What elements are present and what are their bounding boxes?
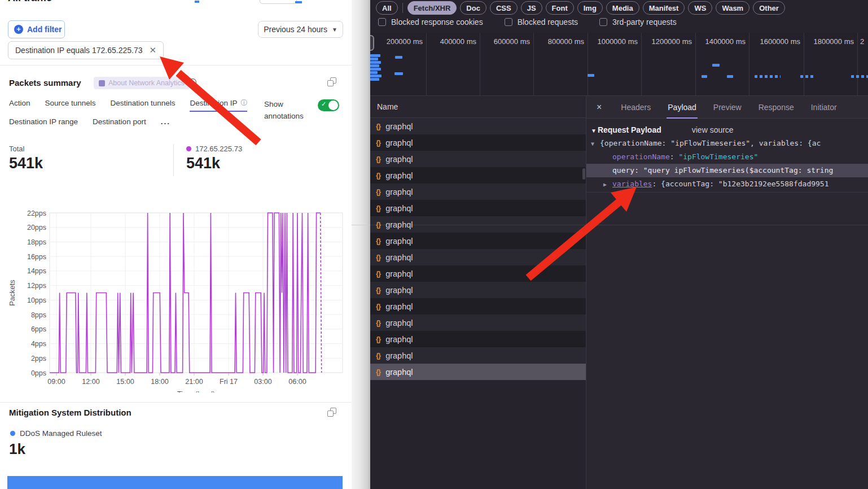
packets-summary-title: Packets summary bbox=[9, 78, 81, 88]
add-filter-button[interactable]: + Add filter bbox=[8, 20, 65, 38]
code-segment: query bbox=[612, 166, 634, 174]
request-row[interactable]: {}graphql bbox=[370, 118, 586, 134]
svg-text:21:00: 21:00 bbox=[185, 378, 203, 386]
name-column-header[interactable]: Name bbox=[370, 96, 586, 118]
filter-pill-fetchxhr[interactable]: Fetch/XHR bbox=[407, 1, 457, 15]
filter-pill-all[interactable]: All bbox=[376, 1, 398, 15]
request-row[interactable]: {}graphql bbox=[370, 315, 586, 331]
triangle-down-icon[interactable]: ▼ bbox=[591, 137, 600, 150]
tab-source-tunnels[interactable]: Source tunnels bbox=[45, 98, 96, 112]
tab-destination-ip[interactable]: Destination IPⓘ bbox=[190, 98, 247, 112]
checkbox-label: Blocked requests bbox=[518, 18, 578, 27]
svg-text:18pps: 18pps bbox=[27, 238, 46, 246]
request-row[interactable]: {}graphql bbox=[370, 184, 586, 200]
payload-tree-row[interactable]: ▶variables: {accountTag: "b12e3b2192ee55… bbox=[586, 177, 868, 191]
waterfall-mark bbox=[727, 75, 733, 78]
svg-text:10pps: 10pps bbox=[27, 296, 46, 304]
timeline-label: 1600000 ms bbox=[748, 37, 800, 46]
request-name: graphql bbox=[385, 204, 413, 213]
checkbox-box[interactable] bbox=[378, 18, 386, 26]
checkbox-blocked-requests[interactable]: Blocked requests bbox=[505, 18, 578, 27]
request-row[interactable]: {}graphql bbox=[370, 233, 586, 249]
request-row[interactable]: {}graphql bbox=[370, 331, 586, 347]
collapse-triangle-icon: ▼ bbox=[591, 128, 597, 134]
stat-label: 172.65.225.73 bbox=[186, 145, 242, 153]
view-source-link[interactable]: view source bbox=[692, 125, 734, 134]
filter-pill-img[interactable]: Img bbox=[577, 1, 603, 15]
scrollbar-thumb[interactable] bbox=[582, 168, 585, 180]
checkbox-blocked-response-cookies[interactable]: Blocked response cookies bbox=[378, 18, 483, 27]
detail-tab-payload[interactable]: Payload bbox=[668, 96, 696, 119]
tab-action[interactable]: Action bbox=[9, 98, 30, 112]
request-row[interactable]: {}graphql bbox=[370, 167, 586, 184]
request-row[interactable]: {}graphql bbox=[370, 249, 586, 265]
tab-destination-ip-range[interactable]: Destination IP range bbox=[9, 117, 78, 130]
expand-card-icon[interactable] bbox=[327, 408, 336, 417]
history-clock-icon[interactable] bbox=[188, 78, 197, 89]
code-segment: "query ipFlowTimeseries($accountTag: str… bbox=[643, 166, 834, 174]
waterfall-mark bbox=[370, 61, 381, 64]
mitigation-legend-label: DDoS Managed Ruleset bbox=[20, 429, 102, 438]
request-row[interactable]: {}graphql bbox=[370, 298, 586, 315]
waterfall-mark bbox=[712, 64, 720, 67]
filter-pill-wasm[interactable]: Wasm bbox=[716, 1, 749, 15]
payload-tree-row[interactable]: ▼{operationName: "ipFlowTimeseries", var… bbox=[586, 137, 868, 150]
timeline-label: 400000 ms bbox=[424, 37, 476, 46]
filter-pill-ws[interactable]: WS bbox=[688, 1, 712, 15]
filter-pill-other[interactable]: Other bbox=[753, 1, 785, 15]
payload-tree-row[interactable]: operationName: "ipFlowTimeseries" bbox=[586, 150, 868, 164]
detail-tab-headers[interactable]: Headers bbox=[621, 96, 651, 119]
request-row[interactable]: {}graphql bbox=[370, 151, 586, 167]
packets-timeseries-chart[interactable]: 0pps2pps4pps6pps8pps10pps12pps14pps16pps… bbox=[0, 198, 352, 392]
tab-destination-port[interactable]: Destination port bbox=[93, 117, 146, 130]
request-row[interactable]: {}graphql bbox=[370, 347, 586, 364]
request-row[interactable]: {}graphql bbox=[370, 282, 586, 298]
detail-tab-initiator[interactable]: Initiator bbox=[811, 96, 837, 119]
section-divider bbox=[0, 65, 352, 66]
svg-text:2pps: 2pps bbox=[31, 355, 46, 363]
filter-pill-js[interactable]: JS bbox=[521, 1, 542, 15]
request-row[interactable]: {}graphql bbox=[370, 265, 586, 282]
filter-pill-media[interactable]: Media bbox=[606, 1, 639, 15]
request-row[interactable]: {}graphql bbox=[370, 200, 586, 216]
waterfall-mark bbox=[370, 71, 378, 74]
tab-destination-tunnels[interactable]: Destination tunnels bbox=[111, 98, 176, 112]
filter-pill-font[interactable]: Font bbox=[546, 1, 574, 15]
request-payload-title[interactable]: ▼Request Payload bbox=[591, 125, 661, 134]
request-row[interactable]: {}graphql bbox=[370, 134, 586, 151]
checkbox-box[interactable] bbox=[599, 18, 607, 26]
window-edge-gap bbox=[352, 0, 370, 489]
network-overview-timeline[interactable]: 200000 ms400000 ms600000 ms800000 ms1000… bbox=[370, 33, 868, 96]
checkbox-3rd-party-requests[interactable]: 3rd-party requests bbox=[599, 18, 677, 27]
filter-pill-doc[interactable]: Doc bbox=[460, 1, 486, 15]
payload-tree-row[interactable]: query: "query ipFlowTimeseries($accountT… bbox=[586, 164, 868, 177]
request-name: graphql bbox=[385, 171, 413, 180]
triangle-right-icon[interactable]: ▶ bbox=[603, 178, 612, 191]
svg-text:8pps: 8pps bbox=[31, 311, 46, 319]
mitigation-bar[interactable] bbox=[7, 476, 343, 489]
svg-text:18:00: 18:00 bbox=[151, 378, 168, 386]
time-range-dropdown[interactable]: Previous 24 hours ▼ bbox=[258, 21, 343, 38]
payload-separator bbox=[586, 192, 868, 193]
waterfall-mark bbox=[395, 56, 402, 59]
svg-text:Fri 17: Fri 17 bbox=[220, 378, 238, 386]
more-tabs-button[interactable]: ... bbox=[161, 117, 170, 130]
add-filter-label: Add filter bbox=[27, 25, 62, 34]
checkbox-label: 3rd-party requests bbox=[612, 18, 677, 27]
request-row[interactable]: {}graphql bbox=[370, 364, 586, 380]
checkbox-box[interactable] bbox=[505, 18, 512, 26]
page-title: All traffic bbox=[8, 0, 52, 4]
detail-tab-preview[interactable]: Preview bbox=[713, 96, 742, 119]
timeline-label-partial: 2 bbox=[860, 37, 868, 46]
filter-pill-css[interactable]: CSS bbox=[490, 1, 518, 15]
close-icon[interactable]: × bbox=[597, 102, 602, 112]
json-braces-icon: {} bbox=[376, 187, 380, 196]
show-annotations-toggle[interactable]: ✓ bbox=[318, 99, 339, 111]
about-network-analytics-badge[interactable]: About Network Analytics bbox=[94, 77, 190, 89]
detail-tab-response[interactable]: Response bbox=[759, 96, 794, 119]
expand-card-icon[interactable] bbox=[327, 77, 336, 86]
filter-chip[interactable]: Destination IP equals 172.65.225.73 ✕ bbox=[8, 41, 164, 59]
remove-filter-icon[interactable]: ✕ bbox=[149, 45, 156, 55]
book-icon bbox=[99, 80, 105, 86]
filter-pill-manifest[interactable]: Manifest bbox=[643, 1, 685, 15]
